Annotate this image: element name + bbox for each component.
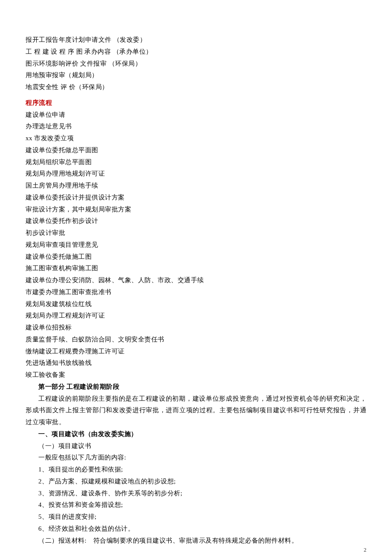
procedure-step: 规划局组织审总平面图 [26, 156, 366, 168]
section1-item: 2、产品方案、拟建规模和建设地点的初步设想; [26, 476, 366, 488]
intro-line: 图示环境影响评价 文件报审 （环保局） [26, 58, 366, 70]
procedure-step: 竣工验收备案 [26, 369, 366, 381]
section1-item: 一般应包括以下几方面的内容: [26, 452, 366, 464]
intro-line: 用地预审报审（规划局） [26, 69, 366, 81]
procedure-step: 建设单位委托做施工图 [26, 251, 366, 263]
procedure-step: 国土房管局办理用地手续 [26, 180, 366, 192]
part1-heading: 第一部分 工程建设前期阶段 [26, 381, 366, 393]
procedure-step: 规划局审查项目管理意见 [26, 239, 366, 251]
section1-item: 6、经济效益和社会效益的估计。 [26, 523, 366, 535]
part1-paragraph: 工程建设的前期阶段主要指的是在工程建设的初期，建设单位形成投资意向，通过对投资机… [26, 393, 366, 428]
section1-heading: 一、项目建议书（由发改委实施） [26, 428, 366, 440]
procedure-step: 缴纳建设工程规费办理施工许可证 [26, 346, 366, 358]
page-number: 2 [364, 545, 367, 555]
procedure-step: 建设单位申请 [26, 109, 366, 121]
procedure-step: 凭进场通知书放线验线 [26, 357, 366, 369]
section1-item: （一）项目建议书 [26, 440, 366, 452]
procedure-step: 建设单位招投标 [26, 322, 366, 334]
procedure-step: 市建委办理施工图审查批准书 [26, 286, 366, 298]
procedure-step: 规划局发建筑核位红线 [26, 298, 366, 310]
procedure-step: 初步设计审批 [26, 227, 366, 239]
intro-line: 地震安全性 评 价（环保局） [26, 81, 366, 93]
procedure-step: 审批设计方案，其中规划局审批方案 [26, 204, 366, 216]
procedure-step: 办理选址意见书 [26, 121, 366, 133]
procedure-heading: 程序流程 [26, 97, 366, 109]
section1-item: 5、项目的进度安排; [26, 511, 366, 523]
section1-item: （二）报送材料: 符合编制要求的项目建议书、审批请示及有特殊规定必备的附件材料。 [26, 535, 366, 547]
procedure-step: 建设单位办理公安消防、园林、气象、人防、市政、交通手续 [26, 275, 366, 286]
procedure-step: 建设单位委托做总平面图 [26, 145, 366, 156]
procedure-step: 施工图审查机构审施工图 [26, 263, 366, 275]
intro-block: 报开工报告年度计划申请文件 （发改委） 工 程 建 设 程 序 图 承办内容 （… [26, 34, 366, 93]
procedure-step: 质量监督手续、白蚁防治合同、文明安全责任书 [26, 334, 366, 346]
document-page: 报开工报告年度计划申请文件 （发改委） 工 程 建 设 程 序 图 承办内容 （… [0, 0, 392, 555]
section1-item: 3、资源情况、建设条件、协作关系等的初步分析; [26, 488, 366, 500]
procedure-step: 规划局办理工程规划许可证 [26, 310, 366, 322]
procedure-step: xx 市发改委立项 [26, 133, 366, 145]
intro-line: 报开工报告年度计划申请文件 （发改委） [26, 34, 366, 46]
section1-list: （一）项目建议书 一般应包括以下几方面的内容: 1、项目提出的必要性和依据; 2… [26, 440, 366, 547]
procedure-step: 建设单位委托作初步设计 [26, 215, 366, 227]
intro-line: 工 程 建 设 程 序 图 承办内容 （承办单位） [26, 46, 366, 58]
procedure-step: 建设单位委托设计并提供设计方案 [26, 192, 366, 204]
procedure-list: 建设单位申请 办理选址意见书 xx 市发改委立项 建设单位委托做总平面图 规划局… [26, 109, 366, 381]
procedure-step: 规划局办理用地规划许可证 [26, 168, 366, 180]
spacer [26, 93, 366, 97]
section1-item: 4、投资估算和资金筹措设想; [26, 499, 366, 511]
section1-item: 1、项目提出的必要性和依据; [26, 464, 366, 476]
